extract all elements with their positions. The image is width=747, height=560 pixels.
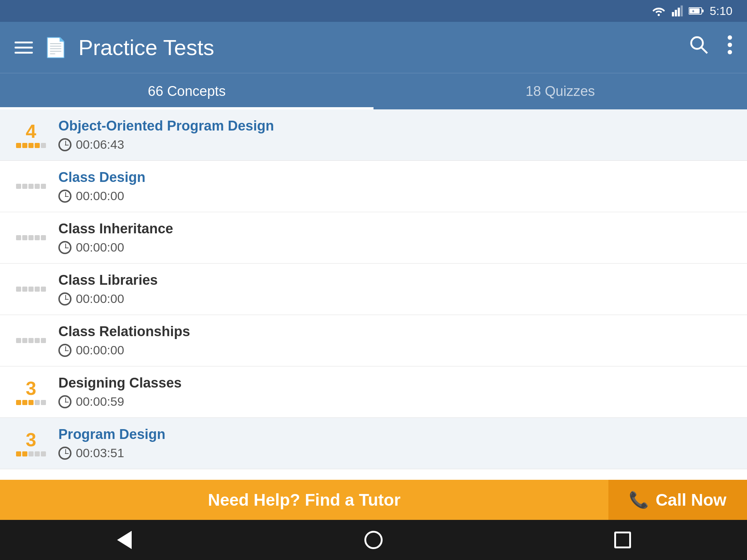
item-time-row: 00:00:00 <box>58 240 732 254</box>
clock-icon <box>58 447 71 460</box>
search-icon[interactable] <box>689 35 709 60</box>
svg-rect-4 <box>681 5 683 16</box>
svg-rect-1 <box>672 12 674 16</box>
app-icon: 📄 <box>44 36 67 59</box>
clock-icon <box>58 138 71 151</box>
clock-icon <box>58 190 71 203</box>
svg-rect-3 <box>678 8 680 16</box>
list-item[interactable]: Class Relationships00:00:00 <box>0 315 747 366</box>
time-text: 00:03:51 <box>76 446 124 460</box>
score-stars <box>16 287 46 292</box>
item-time-row: 00:00:59 <box>58 394 732 409</box>
call-now-button[interactable]: 📞 Call Now <box>608 480 747 520</box>
section-item[interactable]: 4Object-Oriented Program Design00:06:43 <box>0 109 747 161</box>
list-item[interactable]: Class Libraries00:00:00 <box>0 264 747 315</box>
score-stars <box>16 143 46 148</box>
clock-icon <box>58 344 71 357</box>
clock-icon <box>58 292 71 306</box>
item-title: Class Design <box>58 170 732 185</box>
item-title: Class Relationships <box>58 324 732 339</box>
score-badge <box>15 338 47 343</box>
nav-bar <box>0 520 747 560</box>
svg-rect-7 <box>702 9 704 12</box>
list-item[interactable]: Class Inheritance00:00:00 <box>0 212 747 264</box>
status-icons: + 5:10 <box>651 4 732 18</box>
score-stars <box>16 235 46 240</box>
item-title: Class Libraries <box>58 272 732 288</box>
menu-icon[interactable] <box>15 42 33 54</box>
wifi-icon <box>651 5 666 16</box>
svg-point-0 <box>658 14 660 16</box>
tab-quizzes[interactable]: 18 Quizzes <box>374 73 747 109</box>
score-stars <box>16 338 46 343</box>
time-text: 00:00:59 <box>76 394 124 409</box>
time-text: 00:06:43 <box>76 137 124 152</box>
time-text: 00:00:00 <box>76 189 124 203</box>
time-text: 00:00:00 <box>76 240 124 254</box>
list-item[interactable]: 3Choosing Appropriate Data Structures00:… <box>0 469 747 480</box>
content-list: 4Object-Oriented Program Design00:06:43C… <box>0 109 747 480</box>
more-icon[interactable] <box>727 35 732 60</box>
phone-icon: 📞 <box>629 490 649 509</box>
item-time-row: 00:00:00 <box>58 292 732 306</box>
item-time-row: 00:00:00 <box>58 343 732 357</box>
bottom-banner: Need Help? Find a Tutor 📞 Call Now <box>0 480 747 520</box>
back-button[interactable] <box>110 525 139 555</box>
item-content: Class Relationships00:00:00 <box>58 324 732 357</box>
tab-bar: 66 Concepts 18 Quizzes <box>0 73 747 109</box>
clock-icon <box>58 395 71 408</box>
item-content: Class Libraries00:00:00 <box>58 272 732 306</box>
score-badge: 3 <box>15 430 47 456</box>
signal-icon <box>672 5 683 16</box>
score-number: 4 <box>26 122 36 141</box>
recents-button[interactable] <box>608 525 637 555</box>
list-item[interactable]: 3Designing Classes00:00:59 <box>0 366 747 418</box>
clock-icon <box>58 241 71 254</box>
item-title: Class Inheritance <box>58 221 732 237</box>
score-number: 3 <box>26 430 36 449</box>
call-now-label: Call Now <box>655 490 726 510</box>
battery-icon: + <box>689 7 704 15</box>
svg-rect-2 <box>675 10 677 16</box>
item-time-row: 00:06:43 <box>58 137 732 152</box>
score-badge <box>15 287 47 292</box>
item-title: Designing Classes <box>58 375 732 391</box>
score-badge <box>15 184 47 189</box>
score-badge: 3 <box>15 379 47 405</box>
svg-point-12 <box>728 43 732 47</box>
time-text: 00:00:00 <box>76 292 124 306</box>
list-item[interactable]: Class Design00:00:00 <box>0 161 747 212</box>
score-badge <box>15 235 47 240</box>
svg-point-13 <box>728 50 732 54</box>
item-title: Object-Oriented Program Design <box>58 118 732 134</box>
app-title: Practice Tests <box>78 35 678 60</box>
banner-text: Need Help? Find a Tutor <box>0 490 608 510</box>
svg-point-11 <box>728 35 732 40</box>
item-content: Object-Oriented Program Design00:06:43 <box>58 118 732 152</box>
status-bar: + 5:10 <box>0 0 747 22</box>
status-time: 5:10 <box>710 4 732 18</box>
home-button[interactable] <box>359 525 388 555</box>
item-time-row: 00:00:00 <box>58 189 732 203</box>
score-stars <box>16 400 46 405</box>
item-content: Class Inheritance00:00:00 <box>58 221 732 254</box>
score-number: 3 <box>26 379 36 398</box>
score-stars <box>16 184 46 189</box>
item-title: Program Design <box>58 427 732 442</box>
section-item[interactable]: 3Program Design00:03:51 <box>0 418 747 469</box>
score-stars <box>16 451 46 456</box>
score-badge: 4 <box>15 122 47 148</box>
time-text: 00:00:00 <box>76 343 124 357</box>
svg-text:+: + <box>692 9 694 14</box>
item-time-row: 00:03:51 <box>58 446 732 460</box>
app-bar: 📄 Practice Tests <box>0 22 747 73</box>
item-content: Program Design00:03:51 <box>58 427 732 460</box>
item-content: Class Design00:00:00 <box>58 170 732 203</box>
tab-concepts[interactable]: 66 Concepts <box>0 73 374 109</box>
svg-line-10 <box>701 47 707 53</box>
item-content: Designing Classes00:00:59 <box>58 375 732 409</box>
